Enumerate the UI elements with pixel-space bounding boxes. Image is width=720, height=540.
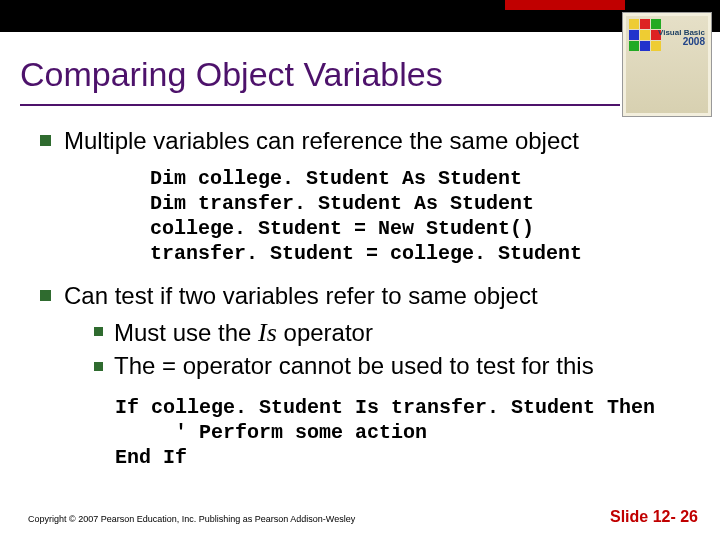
bullet-text: Multiple variables can reference the sam… bbox=[64, 127, 579, 154]
book-cover-image: Visual Basic 2008 bbox=[622, 12, 712, 117]
sub-bullet-item: The = operator cannot be used to test fo… bbox=[94, 350, 700, 382]
book-year: 2008 bbox=[683, 36, 705, 47]
bullet-list: Can test if two variables refer to same … bbox=[40, 280, 700, 383]
bullet-list: Multiple variables can reference the sam… bbox=[40, 125, 700, 156]
sub-bullet-list: Must use the Is operator The = operator … bbox=[94, 315, 700, 382]
accent-bar bbox=[505, 0, 625, 10]
code-block-2: If college. Student Is transfer. Student… bbox=[115, 395, 700, 470]
bullet-text: Can test if two variables refer to same … bbox=[64, 282, 538, 309]
bullet-item: Multiple variables can reference the sam… bbox=[40, 125, 700, 156]
copyright-footer: Copyright © 2007 Pearson Education, Inc.… bbox=[28, 514, 355, 524]
slide: Visual Basic 2008 Comparing Object Varia… bbox=[0, 0, 720, 540]
page-title: Comparing Object Variables bbox=[20, 55, 443, 94]
sub-bullet-text: The = operator cannot be used to test fo… bbox=[114, 352, 594, 379]
book-title: Visual Basic 2008 bbox=[658, 29, 705, 47]
top-bar bbox=[0, 0, 720, 32]
content-body: Multiple variables can reference the sam… bbox=[40, 125, 700, 470]
bullet-item: Can test if two variables refer to same … bbox=[40, 280, 700, 383]
sub-bullet-post: operator bbox=[277, 319, 373, 346]
sub-bullet-pre: Must use the bbox=[114, 319, 258, 346]
slide-number: Slide 12- 26 bbox=[610, 508, 698, 526]
code-block-1: Dim college. Student As Student Dim tran… bbox=[150, 166, 700, 266]
title-underline bbox=[20, 104, 620, 106]
is-operator: Is bbox=[258, 318, 277, 347]
sub-bullet-item: Must use the Is operator bbox=[94, 315, 700, 350]
